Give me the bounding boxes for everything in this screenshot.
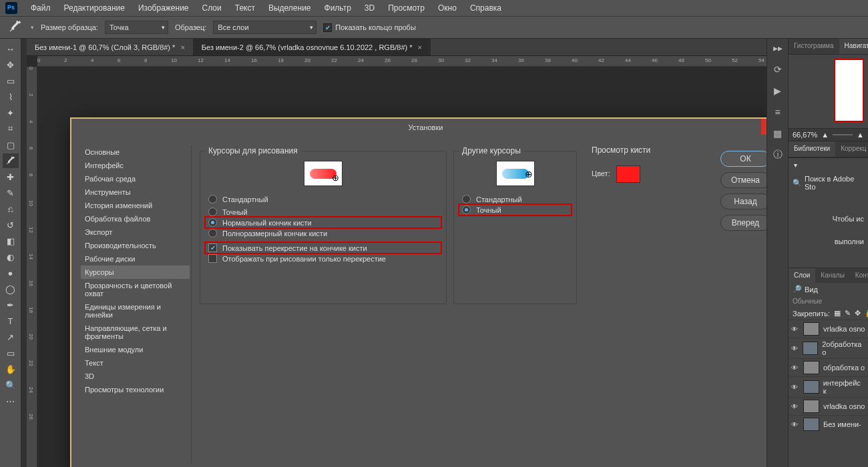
pen-tool-icon[interactable]: ✒ — [3, 298, 19, 312]
prefs-item[interactable]: Производительность — [81, 239, 190, 252]
stamp-tool-icon[interactable]: ⎌ — [3, 201, 19, 216]
prefs-item[interactable]: 3D — [81, 370, 190, 383]
prefs-item[interactable]: Основные — [81, 145, 190, 159]
close-button[interactable]: ✕ — [761, 119, 767, 135]
cancel-button[interactable]: Отмена — [720, 172, 767, 188]
prefs-item[interactable]: Рабочая среда — [81, 172, 190, 185]
prefs-item[interactable]: Курсоры — [81, 266, 190, 279]
radio-fullsize-brush[interactable]: Полноразмерный кончик кисти — [208, 227, 438, 240]
shape-tool-icon[interactable]: ▭ — [3, 346, 19, 360]
eraser-tool-icon[interactable]: ◧ — [3, 234, 19, 248]
history-brush-tool-icon[interactable]: ↺ — [3, 217, 19, 232]
visibility-icon[interactable]: 👁 — [791, 326, 799, 333]
layer-kind[interactable]: 🔎Вид — [789, 283, 868, 296]
menu-layers[interactable]: Слои — [196, 1, 228, 15]
blend-mode[interactable]: Обычные — [789, 296, 868, 307]
menu-view[interactable]: Просмотр — [381, 1, 431, 15]
hand-tool-icon[interactable]: ✋ — [3, 362, 19, 376]
lock-icon[interactable]: 🔒 — [865, 309, 868, 318]
doc-tab-1[interactable]: Без имени-1 @ 60,7% (Слой 3, RGB/8#) *× — [27, 39, 194, 55]
grid-icon[interactable]: ▦ — [771, 127, 785, 140]
menu-file[interactable]: Файл — [24, 1, 57, 15]
next-button[interactable]: Вперед — [720, 215, 767, 231]
prefs-item[interactable]: Прозрачность и цветовой охват — [81, 279, 190, 300]
crop-tool-icon[interactable]: ⌗ — [3, 121, 19, 136]
layer-row[interactable]: 👁vrladka osno — [789, 320, 868, 338]
library-selector[interactable]: ▾ — [789, 157, 868, 172]
collapse-icon[interactable]: ▸▸ — [771, 41, 785, 55]
eyedropper-icon[interactable] — [8, 19, 24, 35]
layer-row[interactable]: 👁интерфейс к — [789, 376, 868, 397]
lock-icon[interactable]: ▦ — [834, 309, 841, 318]
lock-icon[interactable]: ✥ — [855, 309, 861, 318]
tab-libraries[interactable]: Библиотеки — [789, 141, 835, 157]
prefs-item[interactable]: Просмотры технологии — [81, 383, 190, 396]
gradient-tool-icon[interactable]: ◐ — [3, 250, 19, 264]
color-swatch[interactable] — [616, 165, 640, 183]
sample-size-dropdown[interactable]: Точка — [105, 21, 168, 34]
wand-tool-icon[interactable]: ✦ — [3, 105, 19, 120]
radio-precise-2[interactable]: Точный — [458, 203, 572, 216]
visibility-icon[interactable]: 👁 — [791, 421, 799, 428]
menu-help[interactable]: Справка — [463, 1, 508, 15]
layer-row[interactable]: 👁Без имени- — [789, 415, 868, 433]
visibility-icon[interactable]: 👁 — [791, 384, 799, 391]
visibility-icon[interactable]: 👁 — [791, 345, 799, 352]
prefs-item[interactable]: Экспорт — [81, 225, 190, 239]
lock-icon[interactable]: ✎ — [845, 309, 851, 318]
menu-3d[interactable]: 3D — [358, 1, 381, 15]
blur-tool-icon[interactable]: ● — [3, 266, 19, 280]
tab-navigator[interactable]: Навигат — [839, 39, 868, 54]
lasso-tool-icon[interactable]: ⌇ — [3, 89, 19, 104]
dodge-tool-icon[interactable]: ◯ — [3, 282, 19, 296]
prefs-item[interactable]: Внешние модули — [81, 343, 190, 356]
frame-tool-icon[interactable]: ▢ — [3, 137, 19, 152]
layer-row[interactable]: 👁обработка о — [789, 358, 868, 376]
prefs-item[interactable]: История изменений — [81, 199, 190, 212]
layer-row[interactable]: 👁vrladka osno — [789, 397, 868, 415]
close-icon[interactable]: × — [418, 43, 422, 51]
doc-tab-2[interactable]: Без имени-2 @ 66,7% (vrladka osnovnue 6.… — [194, 39, 431, 55]
menu-text[interactable]: Текст — [228, 1, 262, 15]
ok-button[interactable]: ОК — [720, 151, 767, 167]
prefs-item[interactable]: Единицы измерения и линейки — [81, 300, 190, 322]
sample-dropdown[interactable]: Все слои — [213, 21, 316, 34]
path-tool-icon[interactable]: ↗ — [3, 330, 19, 344]
tab-paths[interactable]: Конт — [850, 268, 868, 283]
prefs-item[interactable]: Рабочие диски — [81, 252, 190, 266]
prefs-item[interactable]: Обработка файлов — [81, 212, 190, 225]
prefs-item[interactable]: Текст — [81, 356, 190, 370]
radio-standard[interactable]: Стандартный — [208, 193, 438, 205]
layer-row[interactable]: 👁2обработка о — [789, 338, 868, 358]
play-icon[interactable]: ▶ — [771, 84, 785, 97]
library-search[interactable]: 🔍Поиск в Adobe Sto — [789, 172, 868, 193]
menu-edit[interactable]: Редактирование — [57, 1, 132, 15]
move-tool-icon[interactable]: ✥ — [3, 57, 19, 72]
arrow-tool-icon[interactable]: ↔ — [3, 41, 19, 56]
tab-layers[interactable]: Слои — [789, 268, 815, 283]
tab-adjustments[interactable]: Коррекц — [835, 141, 868, 157]
menu-image[interactable]: Изображение — [132, 1, 196, 15]
menu-select[interactable]: Выделение — [262, 1, 318, 15]
marquee-tool-icon[interactable]: ▭ — [3, 73, 19, 88]
tab-histogram[interactable]: Гистограмма — [789, 39, 839, 54]
navigator-preview[interactable] — [789, 55, 868, 128]
heal-tool-icon[interactable]: ✚ — [3, 169, 19, 184]
history-icon[interactable]: ⟳ — [771, 63, 785, 76]
zoom-tool-icon[interactable]: 🔍 — [3, 378, 19, 392]
prefs-item[interactable]: Направляющие, сетка и фрагменты — [81, 322, 190, 343]
eyedropper-tool-icon[interactable] — [3, 153, 19, 168]
visibility-icon[interactable]: 👁 — [791, 403, 799, 410]
bars-icon[interactable]: ≡ — [771, 105, 785, 119]
brush-tool-icon[interactable]: ✎ — [3, 185, 19, 200]
menu-window[interactable]: Окно — [431, 1, 463, 15]
check-only-crosshair[interactable]: Отображать при рисовании только перекрес… — [208, 252, 438, 265]
type-tool-icon[interactable]: T — [3, 314, 19, 328]
show-ring-checkbox[interactable]: ✔ Показать кольцо пробы — [323, 23, 416, 32]
info-icon[interactable]: ⓘ — [771, 148, 785, 161]
prefs-item[interactable]: Инструменты — [81, 185, 190, 199]
prefs-item[interactable]: Интерфейс — [81, 159, 190, 172]
tab-channels[interactable]: Каналы — [815, 268, 850, 283]
more-tool-icon[interactable]: ⋯ — [3, 394, 19, 408]
prev-button[interactable]: Назад — [720, 193, 767, 209]
